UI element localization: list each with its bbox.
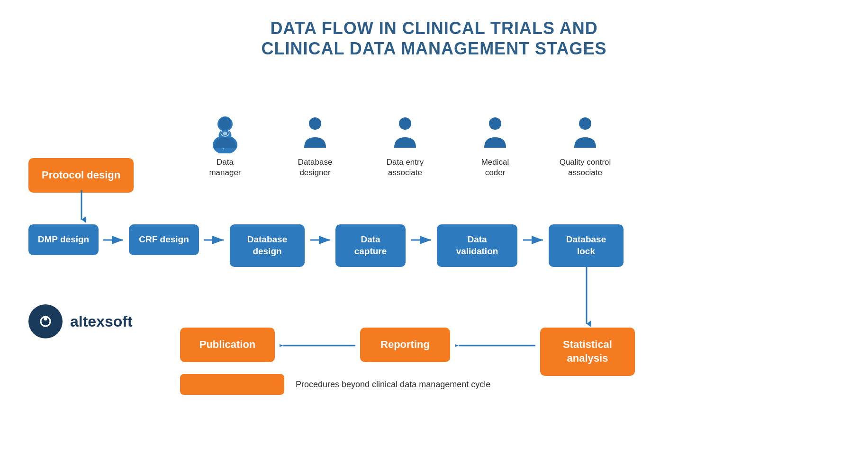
role-quality-control: Quality controlassociate bbox=[540, 116, 630, 178]
protocol-design-box: Protocol design bbox=[28, 158, 134, 193]
svg-point-15 bbox=[579, 117, 591, 130]
svg-point-33 bbox=[37, 313, 54, 330]
person-icon-data-manager: ⚕ bbox=[208, 116, 242, 153]
crf-design-box: CRF design bbox=[129, 224, 199, 255]
person-icon-data-entry-associate bbox=[389, 116, 422, 153]
svg-point-35 bbox=[44, 317, 47, 320]
altexsoft-logo-icon bbox=[35, 311, 56, 332]
data-validation-box: Datavalidation bbox=[437, 224, 517, 267]
title-line2: CLINICAL DATA MANAGEMENT STAGES bbox=[262, 39, 607, 58]
person-icon-medical-coder bbox=[479, 116, 512, 153]
role-data-manager: ⚕ Datamanager bbox=[180, 116, 270, 178]
altexsoft-logo: altexsoft bbox=[28, 291, 133, 352]
arrow-protocol-to-dmp bbox=[77, 190, 86, 224]
role-data-entry-associate: Data entryassociate bbox=[360, 116, 450, 178]
diagram-area: Protocol design ⚕ bbox=[0, 63, 868, 409]
arrow-statanalysis-reporting bbox=[455, 337, 539, 354]
page-container: DATA FLOW IN CLINICAL TRIALS AND CLINICA… bbox=[0, 0, 868, 409]
logo-text: altexsoft bbox=[70, 313, 133, 330]
legend-text: Procedures beyond clinical data manageme… bbox=[296, 380, 490, 390]
legend: Procedures beyond clinical data manageme… bbox=[180, 374, 490, 395]
reporting-box: Reporting bbox=[360, 328, 450, 362]
arrow-dmp-crf bbox=[103, 231, 127, 249]
arrow-dbdesign-datacapture bbox=[310, 231, 334, 249]
svg-point-8 bbox=[223, 132, 227, 135]
data-capture-box: Datacapture bbox=[335, 224, 406, 267]
role-medical-coder: Medicalcoder bbox=[450, 116, 540, 178]
publication-box: Publication bbox=[180, 328, 275, 362]
svg-point-11 bbox=[399, 117, 411, 130]
database-design-box: Databasedesign bbox=[230, 224, 305, 267]
role-label-data-entry-associate: Data entryassociate bbox=[387, 157, 424, 178]
person-icon-quality-control bbox=[569, 116, 602, 153]
arrow-datavalidation-dblock bbox=[523, 231, 547, 249]
logo-circle bbox=[28, 304, 63, 338]
title-line1: DATA FLOW IN CLINICAL TRIALS AND bbox=[270, 18, 597, 38]
role-label-data-manager: Datamanager bbox=[209, 157, 241, 178]
page-title: DATA FLOW IN CLINICAL TRIALS AND CLINICA… bbox=[0, 0, 868, 63]
person-icon-database-designer bbox=[298, 116, 332, 153]
dmp-design-box: DMP design bbox=[28, 224, 99, 255]
svg-point-10 bbox=[313, 132, 317, 135]
svg-point-7 bbox=[219, 117, 231, 130]
arrow-dblock-statanalysis bbox=[582, 263, 591, 329]
statistical-analysis-box: Statisticalanalysis bbox=[540, 328, 635, 375]
svg-point-14 bbox=[493, 132, 497, 135]
role-label-database-designer: Databasedesigner bbox=[298, 157, 333, 178]
roles-row: ⚕ Datamanager bbox=[180, 116, 630, 178]
svg-point-12 bbox=[403, 132, 407, 135]
role-label-quality-control: Quality controlassociate bbox=[560, 157, 611, 178]
database-lock-box: Databaselock bbox=[549, 224, 624, 267]
svg-point-13 bbox=[489, 117, 501, 130]
role-label-medical-coder: Medicalcoder bbox=[481, 157, 509, 178]
arrow-crf-dbdesign bbox=[204, 231, 227, 249]
arrow-datacapture-datavalidation bbox=[411, 231, 435, 249]
svg-point-16 bbox=[583, 132, 587, 135]
svg-point-9 bbox=[309, 117, 321, 130]
arrow-reporting-publication bbox=[280, 337, 359, 354]
legend-color-box bbox=[180, 374, 284, 395]
role-database-designer: Databasedesigner bbox=[270, 116, 360, 178]
